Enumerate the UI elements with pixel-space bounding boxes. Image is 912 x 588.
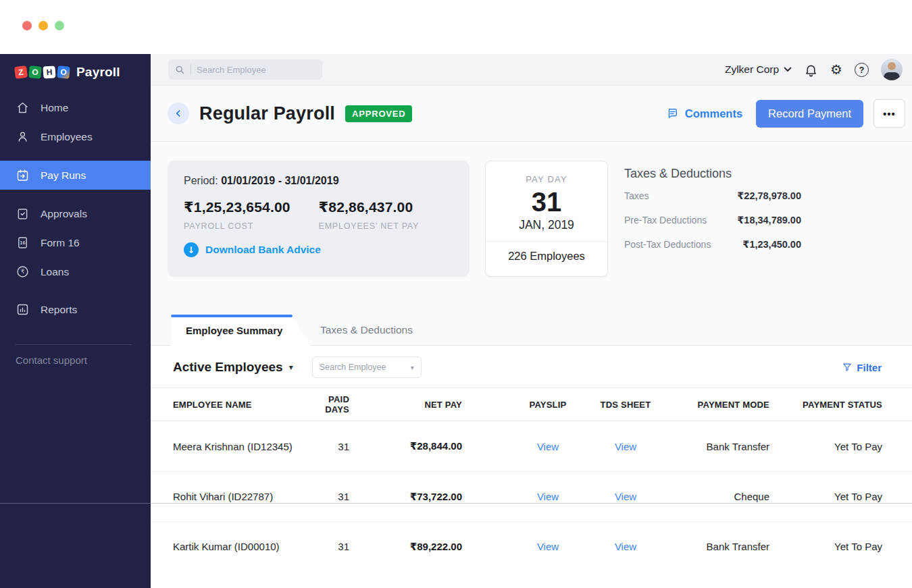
col-tds-sheet: TDS SHEET xyxy=(597,400,692,410)
col-paid-days: PAID DAYS xyxy=(305,394,352,415)
payroll-cost-label: PAYROLL COST xyxy=(184,221,319,231)
page-title: Regular Payroll xyxy=(199,103,335,124)
ellipsis-icon: ••• xyxy=(883,108,896,119)
sidebar-item-loans[interactable]: ₹ Loans xyxy=(0,257,151,286)
search-icon xyxy=(175,65,185,75)
tds-sheet-view-link[interactable]: View xyxy=(597,491,692,502)
tab-label: Employee Summary xyxy=(186,315,282,346)
page-header: Regular Payroll APPROVED Comments Record… xyxy=(151,86,912,142)
minimize-window-icon[interactable] xyxy=(39,21,48,30)
employee-name: Rohit Vihari (ID22787) xyxy=(173,491,305,502)
net-pay: ₹89,222.00 xyxy=(352,541,462,553)
payment-mode: Bank Transfer xyxy=(692,541,781,552)
sidebar-item-label: Pay Runs xyxy=(41,169,86,182)
table-row[interactable]: Kartik Kumar (ID00010) 31 ₹89,222.00 Vie… xyxy=(151,521,912,571)
col-net-pay: NET PAY xyxy=(352,400,462,410)
tab-taxes-deductions[interactable]: Taxes & Deductions xyxy=(320,315,413,346)
sidebar-item-label: Employees xyxy=(41,131,93,143)
maximize-window-icon[interactable] xyxy=(55,21,64,30)
payslip-view-link[interactable]: View xyxy=(462,441,597,452)
close-window-icon[interactable] xyxy=(22,21,32,30)
payslip-view-link[interactable]: View xyxy=(462,541,597,552)
notifications-button[interactable] xyxy=(804,63,818,77)
sidebar-item-pay-runs[interactable]: Pay Runs xyxy=(0,161,151,190)
user-avatar[interactable] xyxy=(881,59,903,80)
settings-button[interactable]: ⚙ xyxy=(830,63,842,76)
payroll-cost-block: ₹1,25,23,654.00 PAYROLL COST xyxy=(184,199,319,231)
net-pay-value: ₹82,86,437.00 xyxy=(319,199,454,215)
sidebar-item-approvals[interactable]: Approvals xyxy=(0,199,151,228)
funnel-icon xyxy=(842,363,852,372)
net-pay-label: EMPLOYEES’ NET PAY xyxy=(319,221,454,231)
payslip-view-link[interactable]: View xyxy=(462,491,597,502)
sidebar-item-employees[interactable]: Employees xyxy=(0,122,151,151)
filter-button[interactable]: Filter xyxy=(842,362,882,373)
period-label: Period: xyxy=(184,175,218,186)
sidebar-item-label: Reports xyxy=(41,304,77,316)
logo-tile-z: Z xyxy=(14,65,28,79)
org-name: Zylker Corp xyxy=(725,63,779,76)
search-input[interactable] xyxy=(197,65,298,75)
avatar-head xyxy=(888,62,896,70)
svg-text:₹: ₹ xyxy=(21,268,25,275)
employee-name: Meera Krishnan (ID12345) xyxy=(173,441,305,452)
tds-sheet-view-link[interactable]: View xyxy=(597,541,692,552)
table-header: EMPLOYEE NAME PAID DAYS NET PAY PAYSLIP … xyxy=(151,387,912,421)
question-icon: ? xyxy=(855,63,869,77)
tax-value: ₹22,78,978.00 xyxy=(737,190,801,201)
main-content: Regular Payroll APPROVED Comments Record… xyxy=(151,86,912,588)
topbar-right-cluster: Zylker Corp ⚙ ? xyxy=(725,59,903,80)
logo-tile-o2: O xyxy=(57,65,70,79)
period-line: Period: 01/01/2019 - 31/01/2019 xyxy=(184,175,453,187)
org-switcher[interactable]: Zylker Corp xyxy=(725,63,792,76)
caret-down-icon: ▾ xyxy=(289,363,293,372)
taxes-deductions-title: Taxes & Deductions xyxy=(624,167,801,181)
sidebar-item-form-16[interactable]: 16 Form 16 xyxy=(0,228,151,257)
download-bank-advice-link[interactable]: ↓ Download Bank Advice xyxy=(184,242,453,257)
employees-icon xyxy=(16,130,30,144)
employee-status-label: Active Employees xyxy=(173,360,283,375)
period-value: 01/01/2019 - 31/01/2019 xyxy=(221,175,338,186)
filter-label: Filter xyxy=(857,362,882,373)
more-actions-button[interactable]: ••• xyxy=(873,99,905,128)
sidebar-divider xyxy=(16,344,132,345)
sidebar-item-home[interactable]: Home xyxy=(0,93,151,122)
table-row[interactable]: Meera Krishnan (ID12345) 31 ₹28,844.00 V… xyxy=(151,421,912,471)
payday-month-year: JAN, 2019 xyxy=(486,218,607,232)
employee-search-placeholder: Search Employee xyxy=(320,363,386,372)
comments-label: Comments xyxy=(685,107,742,120)
gear-icon: ⚙ xyxy=(830,63,842,76)
window-controls xyxy=(22,21,64,30)
tax-row-post-tax: Post-Tax Deductions ₹1,23,450.00 xyxy=(624,239,801,254)
col-payment-status: PAYMENT STATUS xyxy=(781,400,882,410)
status-badge: APPROVED xyxy=(345,105,412,122)
product-name: Payroll xyxy=(76,65,120,80)
topbar: Zylker Corp ⚙ ? xyxy=(151,54,912,86)
payment-status: Yet To Pay xyxy=(781,441,882,452)
logo-tile-o: O xyxy=(28,65,42,79)
comments-button[interactable]: Comments xyxy=(665,107,742,120)
employee-status-dropdown[interactable]: Active Employees ▾ xyxy=(173,360,293,375)
tds-sheet-view-link[interactable]: View xyxy=(597,441,692,452)
employee-search-select[interactable]: Search Employee ▾ xyxy=(312,356,422,378)
col-payslip: PAYSLIP xyxy=(462,400,597,410)
contact-support-link[interactable]: Contact support xyxy=(0,354,151,366)
tab-content: Active Employees ▾ Search Employee ▾ Fil… xyxy=(151,346,912,588)
tax-label: Taxes xyxy=(624,190,649,201)
logo-tile-h: H xyxy=(43,65,55,78)
sidebar-item-reports[interactable]: Reports xyxy=(0,295,151,324)
caret-down-icon: ▾ xyxy=(411,364,414,371)
table-row[interactable]: Rohit Vihari (ID22787) 31 ₹73,722.00 Vie… xyxy=(151,471,912,521)
sidebar-item-label: Loans xyxy=(41,266,69,278)
global-search[interactable] xyxy=(168,59,322,80)
paid-days: 31 xyxy=(305,541,352,552)
table-controls: Active Employees ▾ Search Employee ▾ Fil… xyxy=(151,346,912,379)
payday-divider xyxy=(486,241,607,242)
back-button[interactable] xyxy=(168,103,189,124)
taxes-deductions-block: Taxes & Deductions Taxes ₹22,78,978.00 P… xyxy=(624,161,801,277)
tab-employee-summary[interactable]: Employee Summary xyxy=(171,315,311,346)
record-payment-button[interactable]: Record Payment xyxy=(756,100,863,128)
help-button[interactable]: ? xyxy=(855,63,869,77)
tax-label: Post-Tax Deductions xyxy=(624,239,711,250)
summary-row: Period: 01/01/2019 - 31/01/2019 ₹1,25,23… xyxy=(168,161,912,277)
